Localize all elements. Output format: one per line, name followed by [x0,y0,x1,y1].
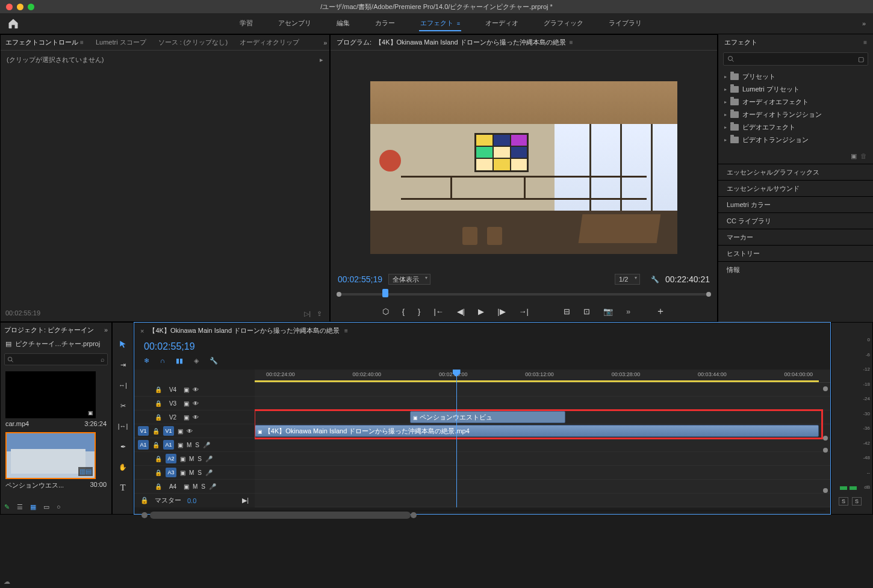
bin-item-pension[interactable]: ▥▤ ペンションウエス...30:00 [5,432,107,490]
effects-folder-audio-trans[interactable]: ▸オーディオトランジション [721,108,871,121]
project-file-row[interactable]: ▤ ピクチャーイ…チャー.prproj [1,337,111,351]
project-search-input[interactable] [14,356,101,363]
toggle-output-icon[interactable]: ▣ [178,428,183,435]
play-icon[interactable]: ▶ [478,307,484,316]
solo-icon[interactable]: S [197,456,202,462]
solo-icon[interactable]: S [195,442,199,448]
track-header-a3[interactable]: 🔒A3▣MS🎤 [134,466,255,480]
mute-icon[interactable]: M [193,483,197,490]
step-back-icon[interactable]: ◀| [457,307,465,316]
voiceover-icon[interactable]: 🎤 [209,483,216,490]
timeline-close-icon[interactable]: × [140,327,144,335]
lock-icon[interactable]: 🔒 [155,414,162,421]
vscroll-mid-icon[interactable] [823,436,828,441]
go-to-next-icon[interactable]: ▶| [242,497,249,504]
tab-audio-clip[interactable]: オーディオクリップ [240,38,299,47]
selection-tool-icon[interactable] [117,338,129,350]
sync-settings-icon[interactable]: ☁ [4,578,10,586]
toggle-output-icon[interactable]: ▣ [180,469,185,476]
panel-essential-graphics[interactable]: エッセンシャルグラフィックス [718,164,873,180]
razor-tool-icon[interactable]: ✂ [117,400,129,412]
panel-history[interactable]: ヒストリー [718,245,873,261]
track-header-a4[interactable]: 🔒A4▣MS🎤 [134,480,255,494]
track-target-v1[interactable]: V1 [163,426,174,436]
solo-right-icon[interactable]: S [852,497,862,506]
tag-icon[interactable]: ◈ [194,357,199,365]
toggle-output-icon[interactable]: ▣ [184,414,189,421]
thumbnail[interactable]: ▣ [5,371,96,418]
zoom-slider-icon[interactable]: ○ [57,503,61,510]
track-header-v1[interactable]: V1🔒V1▣👁 [134,424,255,438]
type-tool-icon[interactable]: T [117,481,129,494]
source-patch-v1[interactable]: V1 [138,426,149,436]
workspace-effects[interactable]: エフェクト≡ [419,16,461,31]
home-icon[interactable] [7,17,19,29]
bin-item-car[interactable]: ▣ car.mp43:26:24 [5,371,107,427]
track-header-v4[interactable]: 🔒V4▣👁 [134,383,255,397]
toggle-output-icon[interactable]: ▣ [184,386,189,393]
workspace-graphics[interactable]: グラフィック [542,16,585,31]
workspace-color[interactable]: カラー [374,16,396,31]
track-v3[interactable] [255,397,830,410]
voiceover-icon[interactable]: 🎤 [203,442,210,448]
project-search[interactable]: ⌕ [4,353,108,365]
eye-icon[interactable]: 👁 [193,414,199,421]
effects-panel-menu-icon[interactable]: ≡ [863,39,867,46]
panel-info[interactable]: 情報 [718,261,873,277]
track-a3[interactable] [255,466,830,480]
timeline-playhead[interactable] [456,370,457,507]
tab-effect-controls[interactable]: エフェクトコントロール ≡ [5,38,84,47]
lock-icon[interactable]: 🔒 [152,428,160,435]
track-v1[interactable]: ▣ 【4K】Okinawa Main Island ドローンから撮った沖縄本島の… [255,424,830,438]
hscroll-left-handle[interactable] [141,512,148,518]
track-a4[interactable] [255,480,830,494]
mute-icon[interactable]: M [189,456,194,462]
marker-icon[interactable]: ▮▮ [176,357,183,365]
workspace-learn[interactable]: 学習 [238,16,254,31]
playhead-handle[interactable] [382,289,388,297]
mute-icon[interactable]: M [189,469,194,476]
settings-wrench-icon[interactable]: 🔧 [651,276,659,283]
program-timecode-left[interactable]: 00:02:55;19 [338,274,382,284]
mark-out-icon[interactable]: } [418,307,420,316]
program-menu-icon[interactable]: ≡ [570,39,573,46]
transport-overflow-icon[interactable]: » [626,307,630,316]
track-a2[interactable] [255,452,830,466]
track-target-a1[interactable]: A1 [163,440,174,450]
lock-icon[interactable]: 🔒 [155,483,162,490]
delete-icon[interactable]: 🗑 [860,152,867,159]
voiceover-icon[interactable]: 🎤 [205,456,213,462]
wrench-icon[interactable]: 🔧 [210,357,218,365]
hscroll-right-handle[interactable] [411,512,417,518]
new-custom-bin-icon[interactable]: ▣ [851,152,857,159]
time-ruler[interactable]: 00:02:24:00 00:02:40:00 00:02:56:00 00:0… [255,370,830,383]
timeline-sequence-title[interactable]: 【4K】Okinawa Main Island ドローンから撮った沖縄本島の絶景 [149,326,340,335]
master-value[interactable]: 0.0 [187,497,196,504]
eye-icon[interactable]: 👁 [193,386,199,393]
add-marker-icon[interactable]: ⬡ [382,307,389,316]
export-frame-icon[interactable]: 📷 [603,307,613,316]
effects-folder-video-fx[interactable]: ▸ビデオエフェクト [721,121,871,134]
timeline-hscroll[interactable] [139,510,825,512]
button-editor-icon[interactable]: ＋ [656,305,665,318]
slip-tool-icon[interactable]: |↔| [117,420,129,432]
mute-icon[interactable]: M [187,442,191,448]
track-target-a3[interactable]: A3 [166,468,176,477]
track-master[interactable] [255,494,830,507]
track-v4[interactable] [255,383,830,397]
track-a1[interactable] [255,438,830,452]
workspace-edit[interactable]: 編集 [335,16,351,31]
lock-icon[interactable]: 🔒 [155,386,162,393]
toggle-output-icon[interactable]: ▣ [180,456,185,462]
track-target-a2[interactable]: A2 [166,454,176,463]
master-track-header[interactable]: 🔒マスター0.0▶| [134,494,255,507]
extract-icon[interactable]: ⊡ [583,307,590,316]
mark-in-icon[interactable]: { [402,307,405,316]
track-header-a2[interactable]: 🔒A2▣MS🎤 [134,452,255,466]
expand-icon[interactable]: ▸ [320,56,323,64]
go-to-out-icon[interactable]: →| [519,307,529,316]
program-scrub-bar[interactable] [338,288,710,301]
effects-folder-presets[interactable]: ▸プリセット [721,70,871,83]
lock-icon[interactable]: 🔒 [155,400,162,407]
track-header-v3[interactable]: 🔒V3▣👁 [134,397,255,410]
